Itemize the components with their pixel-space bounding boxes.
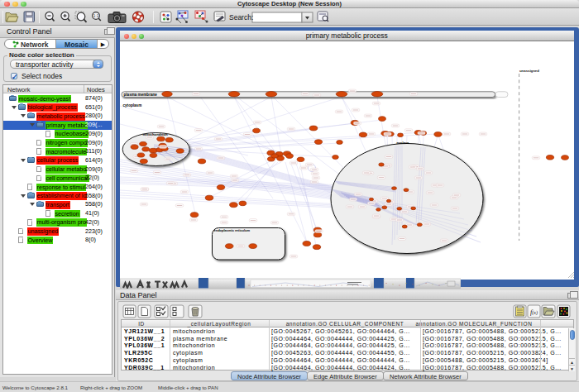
svg-text:unassigned: unassigned: [519, 69, 539, 73]
svg-text:endoplasmic reticulum: endoplasmic reticulum: [214, 228, 251, 232]
svg-text:nucleus: nucleus: [396, 141, 409, 145]
svg-text:cytoplasm: cytoplasm: [123, 103, 142, 108]
svg-text:1:1: 1:1: [93, 13, 99, 18]
svg-text:plasma membrane: plasma membrane: [124, 93, 158, 97]
